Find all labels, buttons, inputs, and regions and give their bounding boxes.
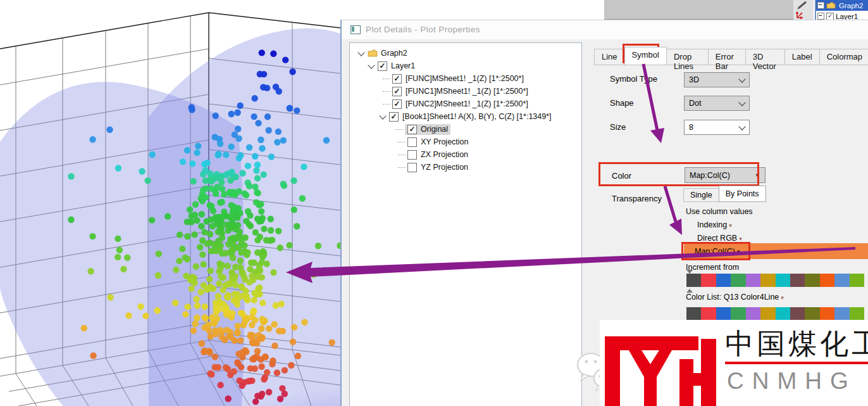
tab-symbol[interactable]: Symbol	[624, 47, 667, 65]
tree-item-original[interactable]: ✓ Original	[355, 123, 581, 136]
folder-icon	[368, 49, 378, 57]
color-dropdown[interactable]: Map:Col(C) ▼	[685, 167, 766, 183]
watermark-chinese-text: 中国煤化工	[725, 325, 868, 363]
palette-swatch	[746, 274, 760, 287]
transparency-label: Transparency	[612, 194, 662, 203]
option-map-col-c-selected[interactable]: Map:Col(C) ▾	[684, 243, 868, 259]
tree-item-graph2[interactable]: Graph2	[355, 47, 581, 60]
symbol-type-value: 3D	[689, 75, 699, 84]
checkbox-checked-icon[interactable]: ✓	[392, 99, 402, 109]
checkbox-checked-icon[interactable]: ✓	[407, 125, 417, 134]
folder-icon	[826, 2, 836, 9]
tab-single[interactable]: Single	[683, 188, 719, 202]
tree-item-label: Original	[421, 125, 448, 134]
pencil-icon[interactable]	[793, 0, 814, 20]
palette-swatch	[790, 307, 805, 320]
tree-item-label: Layer1	[391, 61, 415, 70]
object-manager-item-graph2[interactable]: Graph2	[816, 0, 868, 11]
shape-dropdown[interactable]: Dot	[684, 96, 750, 111]
palette-swatch	[805, 307, 819, 320]
dropdown-arrow-icon: ▾	[739, 236, 742, 242]
size-label: Size	[610, 122, 626, 132]
tab-line[interactable]: Line	[594, 49, 625, 65]
color-list-text: Color List: Q13 Color4Line	[686, 293, 779, 301]
object-manager-panel: Graph2 ✓ Layer1	[815, 0, 868, 20]
color-list-strip[interactable]	[686, 307, 864, 320]
palette-swatch	[746, 307, 760, 320]
checkbox-unchecked-icon[interactable]	[407, 150, 417, 160]
dropdown-arrow-icon: ▾	[781, 295, 784, 301]
tree-item-xy-projection[interactable]: XY Projection	[355, 136, 581, 148]
collapse-icon[interactable]	[817, 13, 824, 20]
checkbox-unchecked-icon[interactable]	[407, 163, 417, 172]
palette-swatch	[701, 307, 716, 320]
option-direct-rgb[interactable]: Direct RGB▾	[697, 234, 742, 243]
checkbox-unchecked-icon[interactable]	[407, 137, 417, 147]
color-label: Color	[612, 171, 631, 181]
main-toolbar-strip	[604, 0, 793, 20]
tab-3d-vector[interactable]: 3D Vector	[745, 49, 785, 65]
tree-item-label: YZ Projection	[421, 163, 468, 172]
watermark-block: 中国煤化工 CNMHG	[600, 320, 868, 406]
tree-item-layer1[interactable]: ✓ Layer1	[355, 60, 581, 72]
tree-item-func2[interactable]: ✓ [FUNC2]MSheet1! _1(Z) [1*:2500*]	[355, 98, 581, 110]
chevron-down-icon[interactable]	[357, 49, 364, 56]
tab-drop-lines[interactable]: Drop Lines	[666, 49, 709, 65]
palette-swatch	[716, 274, 731, 287]
tree-item-func1[interactable]: ✓ [FUNC1]MSheet1! _1(Z) [1*:2500*]	[355, 85, 581, 98]
tree-item-yz-projection[interactable]: YZ Projection	[355, 161, 581, 174]
tree-item-book1[interactable]: ✓ [Book1]Sheet1! A(X), B(Y), C(Z) [1*:13…	[355, 110, 581, 123]
palette-swatch	[701, 274, 716, 287]
palette-swatch	[834, 307, 849, 320]
side-toolbar	[793, 0, 814, 20]
chevron-down-icon[interactable]	[379, 112, 386, 119]
tree-connector	[383, 103, 390, 105]
color-list-label[interactable]: Color List: Q13 Color4Line▾	[686, 293, 784, 301]
tree-connector	[398, 167, 406, 168]
size-value: 8	[689, 123, 693, 132]
plot-tree-panel: Graph2 ✓ Layer1 ✓ [FUNC]MSheet1! _1(Z) […	[349, 42, 582, 406]
properties-tabbar: Line Symbol Drop Lines Error Bar 3D Vect…	[594, 47, 868, 65]
option-label: Indexing	[697, 220, 727, 229]
palette-swatch	[776, 274, 790, 287]
tree-connector	[383, 78, 390, 79]
tab-error-bar[interactable]: Error Bar	[708, 49, 746, 65]
tree-item-func[interactable]: ✓ [FUNC]MSheet1! _1(Z) [1*:2500*]	[355, 72, 581, 85]
palette-swatch	[790, 274, 805, 287]
tree-item-label: [FUNC2]MSheet1! _1(Z) [1*:2500*]	[406, 99, 528, 108]
tree-item-zx-projection[interactable]: ZX Projection	[355, 148, 581, 161]
dialog-title: Plot Details - Plot Properties	[366, 25, 480, 34]
increment-from-label: Increment from	[686, 263, 739, 272]
checkbox-icon[interactable]: ✓	[826, 13, 834, 20]
checkbox-checked-icon[interactable]: ✓	[378, 61, 387, 71]
object-manager-item-label: Graph2	[839, 2, 863, 10]
tree-connector	[398, 141, 406, 143]
tab-colormap[interactable]: Colormap	[819, 49, 868, 65]
chevron-down-icon	[738, 75, 745, 82]
symbol-type-label: Symbol Type	[610, 74, 657, 84]
checkbox-checked-icon[interactable]: ✓	[392, 87, 402, 96]
checkbox-checked-icon[interactable]: ✓	[392, 74, 402, 84]
palette-swatch	[805, 274, 819, 287]
tree-item-label: XY Projection	[421, 137, 469, 146]
increment-color-strip[interactable]	[686, 274, 864, 287]
palette-swatch	[686, 274, 701, 287]
dropdown-arrow-icon: ▾	[737, 248, 740, 255]
watermark-divider	[725, 362, 868, 364]
use-column-values-label: Use column values	[686, 207, 753, 216]
tree-item-label: ZX Projection	[421, 150, 468, 159]
graph-window-3d-plot[interactable]	[0, 0, 340, 406]
chevron-down-icon	[738, 99, 745, 106]
checkbox-checked-icon[interactable]: ✓	[389, 112, 399, 122]
option-indexing[interactable]: Indexing▾	[697, 220, 732, 229]
symbol-type-dropdown[interactable]: 3D	[684, 72, 750, 87]
chevron-down-icon[interactable]	[368, 61, 375, 68]
shape-value: Dot	[689, 99, 701, 108]
size-dropdown[interactable]: 8	[684, 120, 750, 135]
palette-swatch	[850, 307, 864, 320]
dialog-titlebar[interactable]: Plot Details - Plot Properties	[342, 20, 868, 39]
chevron-down-icon	[738, 123, 745, 130]
tab-by-points[interactable]: By Points	[719, 186, 766, 202]
tab-label[interactable]: Label	[784, 49, 820, 65]
collapse-icon[interactable]	[817, 2, 824, 9]
